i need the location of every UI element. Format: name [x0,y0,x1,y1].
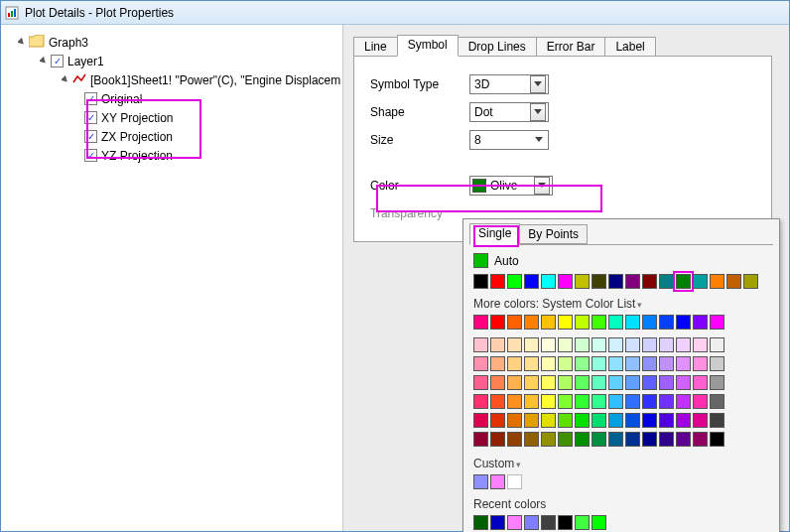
color-swatch[interactable] [659,432,674,447]
color-swatch[interactable] [507,432,522,447]
color-swatch[interactable] [524,432,539,447]
color-swatch[interactable] [659,375,674,390]
color-swatch[interactable] [575,375,590,390]
color-swatch[interactable] [524,375,539,390]
color-swatch[interactable] [642,394,657,409]
color-swatch[interactable] [693,315,708,330]
color-swatch[interactable] [625,432,640,447]
color-swatch[interactable] [473,356,488,371]
color-swatch[interactable] [642,432,657,447]
color-swatch[interactable] [710,274,724,289]
color-swatch[interactable] [473,432,488,447]
color-swatch[interactable] [608,413,623,428]
tree-node-book[interactable]: [Book1]Sheet1! "Power"(C), "Engine Displ… [7,70,342,89]
color-swatch[interactable] [642,375,657,390]
chevron-down-icon[interactable] [530,75,546,93]
color-swatch[interactable] [473,394,488,409]
color-swatch[interactable] [524,515,539,530]
color-swatch[interactable] [676,432,691,447]
color-swatch[interactable] [541,515,556,530]
color-swatch[interactable] [473,315,488,330]
tree-node-graph[interactable]: Graph3 [7,33,342,52]
color-swatch[interactable] [592,274,606,289]
color-swatch[interactable] [490,356,505,371]
color-swatch[interactable] [473,375,488,390]
color-swatch[interactable] [507,413,522,428]
color-swatch[interactable] [642,356,657,371]
color-swatch[interactable] [541,274,556,289]
color-swatch[interactable] [625,337,640,352]
color-swatch[interactable] [693,274,708,289]
color-swatch[interactable] [592,356,606,371]
color-swatch[interactable] [490,394,505,409]
color-swatch[interactable] [659,274,674,289]
color-swatch[interactable] [524,274,539,289]
color-swatch[interactable] [710,315,724,330]
color-swatch[interactable] [608,394,623,409]
color-swatch[interactable] [507,394,522,409]
color-swatch[interactable] [676,337,691,352]
custom-label[interactable]: Custom▾ [473,457,769,470]
color-swatch[interactable] [693,432,708,447]
color-swatch[interactable] [558,356,573,371]
expander-icon[interactable] [61,75,70,85]
color-swatch[interactable] [507,315,522,330]
color-swatch[interactable] [608,432,623,447]
color-swatch[interactable] [592,515,606,530]
color-swatch[interactable] [490,432,505,447]
color-swatch[interactable] [558,274,573,289]
color-swatch[interactable] [507,515,522,530]
color-swatch[interactable] [541,432,556,447]
color-swatch[interactable] [625,413,640,428]
color-swatch[interactable] [541,375,556,390]
color-swatch[interactable] [608,375,623,390]
color-swatch[interactable] [693,337,708,352]
color-swatch[interactable] [676,356,691,371]
color-swatch[interactable] [490,375,505,390]
size-select[interactable]: 8 [469,130,549,150]
color-swatch[interactable] [490,515,505,530]
color-swatch[interactable] [625,315,640,330]
color-swatch[interactable] [676,375,691,390]
color-swatch[interactable] [710,356,724,371]
color-swatch[interactable] [541,413,556,428]
color-swatch[interactable] [625,274,640,289]
color-swatch[interactable] [541,394,556,409]
color-swatch[interactable] [726,274,741,289]
color-swatch[interactable] [507,337,522,352]
color-swatch[interactable] [575,394,590,409]
tab-error-bar[interactable]: Error Bar [536,37,606,57]
color-swatch[interactable] [575,413,590,428]
more-colors-label[interactable]: More colors: System Color List▾ [473,297,769,311]
color-swatch[interactable] [558,413,573,428]
chevron-down-icon[interactable] [532,132,546,148]
color-swatch[interactable] [659,356,674,371]
color-swatch[interactable] [693,413,708,428]
color-swatch[interactable] [676,315,691,330]
color-swatch[interactable] [608,337,623,352]
color-swatch[interactable] [558,375,573,390]
color-swatch[interactable] [710,413,724,428]
color-swatch[interactable] [693,394,708,409]
color-swatch[interactable] [642,315,657,330]
color-swatch[interactable] [710,375,724,390]
shape-select[interactable]: Dot [469,102,549,122]
color-swatch[interactable] [541,315,556,330]
color-swatch[interactable] [490,274,505,289]
color-swatch[interactable] [710,337,724,352]
color-swatch[interactable] [592,315,606,330]
color-swatch[interactable] [710,432,724,447]
color-swatch[interactable] [473,515,488,530]
expander-icon[interactable] [39,57,49,66]
tree-node-layer[interactable]: ✓ Layer1 [7,52,342,70]
color-swatch[interactable] [659,413,674,428]
color-swatch[interactable] [608,356,623,371]
color-swatch[interactable] [693,356,708,371]
color-swatch[interactable] [710,394,724,409]
color-swatch[interactable] [507,274,522,289]
color-swatch[interactable] [676,394,691,409]
checkbox[interactable]: ✓ [51,55,64,67]
expander-icon[interactable] [17,38,27,48]
tab-drop-lines[interactable]: Drop Lines [458,37,537,57]
color-swatch[interactable] [575,356,590,371]
